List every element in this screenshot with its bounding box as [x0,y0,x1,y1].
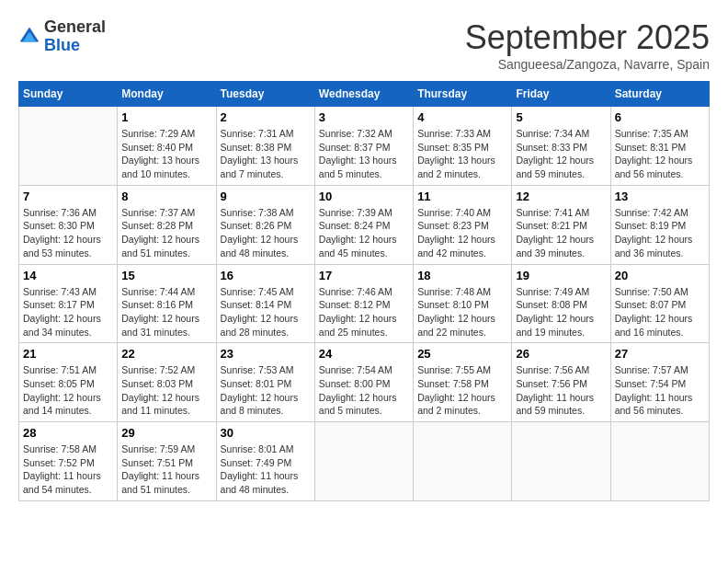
day-detail: Sunrise: 7:33 AMSunset: 8:35 PMDaylight:… [417,127,507,181]
day-number: 16 [221,269,311,282]
calendar-cell: 9Sunrise: 7:38 AMSunset: 8:26 PMDaylight… [216,185,314,264]
day-detail: Sunrise: 8:01 AMSunset: 7:49 PMDaylight:… [221,442,311,497]
logo-text: General Blue [44,18,106,55]
day-number: 23 [221,347,311,361]
logo-general: General [44,18,106,37]
day-detail: Sunrise: 7:42 AMSunset: 8:19 PMDaylight:… [615,206,705,260]
calendar-week-row: 21Sunrise: 7:51 AMSunset: 8:05 PMDayligh… [19,343,710,422]
calendar-cell: 7Sunrise: 7:36 AMSunset: 8:30 PMDaylight… [19,185,118,264]
calendar-cell: 10Sunrise: 7:39 AMSunset: 8:24 PMDayligh… [314,185,413,264]
day-number: 10 [319,190,409,203]
day-detail: Sunrise: 7:32 AMSunset: 8:37 PMDaylight:… [319,127,409,181]
calendar-week-row: 14Sunrise: 7:43 AMSunset: 8:17 PMDayligh… [19,264,710,343]
calendar-cell: 27Sunrise: 7:57 AMSunset: 7:54 PMDayligh… [610,343,709,422]
day-detail: Sunrise: 7:46 AMSunset: 8:12 PMDaylight:… [319,285,409,339]
day-detail: Sunrise: 7:44 AMSunset: 8:16 PMDaylight:… [121,285,211,339]
day-detail: Sunrise: 7:41 AMSunset: 8:21 PMDaylight:… [516,206,606,260]
calendar-cell: 22Sunrise: 7:52 AMSunset: 8:03 PMDayligh… [118,343,216,422]
day-detail: Sunrise: 7:50 AMSunset: 8:07 PMDaylight:… [615,285,705,339]
day-detail: Sunrise: 7:54 AMSunset: 8:00 PMDaylight:… [319,363,409,418]
col-header-sunday: Sunday [19,82,118,107]
col-header-wednesday: Wednesday [314,82,413,107]
day-number: 25 [417,347,507,361]
calendar-cell: 14Sunrise: 7:43 AMSunset: 8:17 PMDayligh… [19,264,118,343]
logo-blue: Blue [44,37,106,55]
day-number: 17 [319,269,409,282]
calendar-cell [19,107,118,186]
day-detail: Sunrise: 7:59 AMSunset: 7:51 PMDaylight:… [121,442,211,497]
calendar-cell: 24Sunrise: 7:54 AMSunset: 8:00 PMDayligh… [314,343,413,422]
day-number: 30 [221,426,311,440]
page-header: General Blue September 2025 Sangueesa/Za… [18,18,710,72]
calendar-cell: 20Sunrise: 7:50 AMSunset: 8:07 PMDayligh… [610,264,709,343]
day-detail: Sunrise: 7:57 AMSunset: 7:54 PMDaylight:… [615,363,705,418]
day-number: 13 [615,190,705,203]
col-header-saturday: Saturday [610,82,709,107]
day-detail: Sunrise: 7:37 AMSunset: 8:28 PMDaylight:… [121,206,211,260]
day-number: 29 [121,426,211,440]
calendar-cell: 12Sunrise: 7:41 AMSunset: 8:21 PMDayligh… [512,185,610,264]
day-number: 14 [23,269,113,282]
day-detail: Sunrise: 7:52 AMSunset: 8:03 PMDaylight:… [121,363,211,418]
day-number: 22 [121,347,211,361]
calendar-cell: 4Sunrise: 7:33 AMSunset: 8:35 PMDaylight… [414,107,512,186]
day-detail: Sunrise: 7:38 AMSunset: 8:26 PMDaylight:… [221,206,311,260]
title-block: September 2025 Sangueesa/Zangoza, Navarr… [465,18,710,72]
day-detail: Sunrise: 7:36 AMSunset: 8:30 PMDaylight:… [23,206,113,260]
calendar-cell: 6Sunrise: 7:35 AMSunset: 8:31 PMDaylight… [610,107,709,186]
day-detail: Sunrise: 7:43 AMSunset: 8:17 PMDaylight:… [23,285,113,339]
calendar-cell [512,422,610,501]
calendar-table: SundayMondayTuesdayWednesdayThursdayFrid… [18,81,710,501]
calendar-cell: 3Sunrise: 7:32 AMSunset: 8:37 PMDaylight… [314,107,413,186]
col-header-monday: Monday [118,82,216,107]
logo-icon [18,26,40,48]
calendar-cell: 13Sunrise: 7:42 AMSunset: 8:19 PMDayligh… [610,185,709,264]
calendar-header-row: SundayMondayTuesdayWednesdayThursdayFrid… [19,82,710,107]
day-number: 20 [615,269,705,282]
day-detail: Sunrise: 7:35 AMSunset: 8:31 PMDaylight:… [615,127,705,181]
col-header-thursday: Thursday [414,82,512,107]
day-detail: Sunrise: 7:29 AMSunset: 8:40 PMDaylight:… [121,127,211,181]
month-title: September 2025 [465,18,710,57]
calendar-cell: 19Sunrise: 7:49 AMSunset: 8:08 PMDayligh… [512,264,610,343]
day-detail: Sunrise: 7:51 AMSunset: 8:05 PMDaylight:… [23,363,113,418]
day-detail: Sunrise: 7:53 AMSunset: 8:01 PMDaylight:… [221,363,311,418]
calendar-cell: 25Sunrise: 7:55 AMSunset: 7:58 PMDayligh… [414,343,512,422]
day-number: 6 [615,110,705,124]
day-number: 4 [417,110,507,124]
calendar-cell: 1Sunrise: 7:29 AMSunset: 8:40 PMDaylight… [118,107,216,186]
day-number: 21 [23,347,113,361]
day-number: 19 [516,269,606,282]
calendar-cell: 30Sunrise: 8:01 AMSunset: 7:49 PMDayligh… [216,422,314,501]
calendar-cell: 16Sunrise: 7:45 AMSunset: 8:14 PMDayligh… [216,264,314,343]
calendar-cell: 23Sunrise: 7:53 AMSunset: 8:01 PMDayligh… [216,343,314,422]
calendar-cell: 11Sunrise: 7:40 AMSunset: 8:23 PMDayligh… [414,185,512,264]
calendar-cell: 26Sunrise: 7:56 AMSunset: 7:56 PMDayligh… [512,343,610,422]
day-number: 12 [516,190,606,203]
calendar-cell: 2Sunrise: 7:31 AMSunset: 8:38 PMDaylight… [216,107,314,186]
day-detail: Sunrise: 7:39 AMSunset: 8:24 PMDaylight:… [319,206,409,260]
calendar-cell [414,422,512,501]
col-header-friday: Friday [512,82,610,107]
calendar-cell: 17Sunrise: 7:46 AMSunset: 8:12 PMDayligh… [314,264,413,343]
calendar-week-row: 1Sunrise: 7:29 AMSunset: 8:40 PMDaylight… [19,107,710,186]
day-detail: Sunrise: 7:31 AMSunset: 8:38 PMDaylight:… [221,127,311,181]
day-number: 3 [319,110,409,124]
day-number: 5 [516,110,606,124]
day-number: 15 [121,269,211,282]
calendar-cell: 5Sunrise: 7:34 AMSunset: 8:33 PMDaylight… [512,107,610,186]
day-detail: Sunrise: 7:49 AMSunset: 8:08 PMDaylight:… [516,285,606,339]
day-number: 7 [23,190,113,203]
day-detail: Sunrise: 7:56 AMSunset: 7:56 PMDaylight:… [516,363,606,418]
calendar-week-row: 28Sunrise: 7:58 AMSunset: 7:52 PMDayligh… [19,422,710,501]
day-number: 9 [221,190,311,203]
day-detail: Sunrise: 7:55 AMSunset: 7:58 PMDaylight:… [417,363,507,418]
day-number: 27 [615,347,705,361]
day-detail: Sunrise: 7:58 AMSunset: 7:52 PMDaylight:… [23,442,113,497]
day-number: 8 [121,190,211,203]
day-number: 1 [121,110,211,124]
calendar-cell: 21Sunrise: 7:51 AMSunset: 8:05 PMDayligh… [19,343,118,422]
calendar-cell: 8Sunrise: 7:37 AMSunset: 8:28 PMDaylight… [118,185,216,264]
calendar-cell [610,422,709,501]
day-detail: Sunrise: 7:40 AMSunset: 8:23 PMDaylight:… [417,206,507,260]
